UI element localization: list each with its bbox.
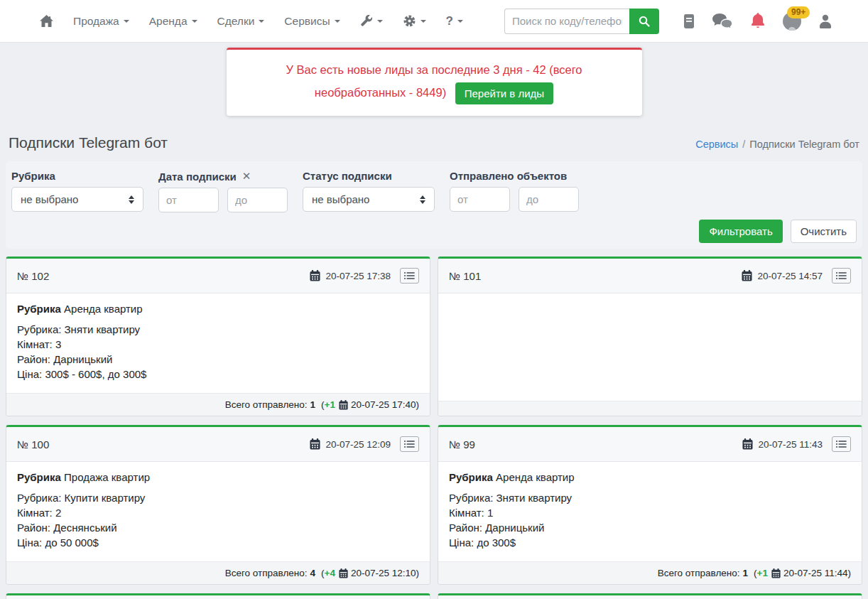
wrench-icon (360, 15, 373, 28)
calendar-icon (339, 568, 348, 578)
sent-total-label: Всего отправлено: (658, 568, 740, 578)
breadcrumb-link-services[interactable]: Сервисы (695, 139, 738, 150)
sent-delta: +1 (757, 568, 768, 578)
search-icon (638, 15, 651, 28)
card-body (438, 293, 862, 401)
help-label: ? (446, 14, 453, 28)
sent-delta: +1 (325, 399, 335, 410)
card-detail-line: Район: Деснянський (17, 520, 419, 535)
list-icon (836, 271, 847, 280)
date-from-input[interactable] (158, 188, 219, 212)
sent-date: 20-07-25 12:10 (351, 568, 416, 578)
calendar-icon (771, 568, 781, 578)
search-input[interactable] (504, 9, 629, 34)
nav-item-label: Сервисы (284, 15, 330, 28)
calendar-icon (310, 438, 320, 450)
card-detail-line: Рубрика: Зняти квартиру (17, 322, 419, 337)
journal-button[interactable] (683, 14, 695, 29)
sent-date: 20-07-25 11:44 (783, 568, 848, 578)
chevron-down-icon (457, 20, 463, 23)
chat-icon (712, 13, 733, 30)
sent-date: 20-07-25 17:40 (351, 399, 416, 410)
page-title: Подписки Telegram бот (9, 134, 168, 151)
card-header: № 100 20-07-25 12:09 (6, 427, 430, 462)
sent-total-value: 1 (310, 399, 316, 410)
go-to-leads-button[interactable]: Перейти в лиды (455, 82, 553, 104)
card-date: 20-07-25 11:43 (758, 439, 823, 450)
profile-button[interactable] (818, 14, 832, 29)
list-button[interactable] (832, 268, 851, 284)
chevron-down-icon (124, 20, 129, 23)
sent-total-label: Всего отправлено: (225, 399, 308, 410)
date-to-input[interactable] (227, 188, 288, 212)
settings-menu[interactable] (403, 14, 426, 28)
user-icon (818, 14, 832, 29)
messages-button[interactable] (712, 13, 733, 30)
calendar-icon (310, 270, 320, 281)
list-icon (836, 440, 847, 448)
subscription-card: № 101 20-07-25 14:57 (438, 257, 862, 416)
filter-date: Дата подписки ✕ (158, 170, 288, 212)
rubric-select-value: не выбрано (21, 193, 78, 205)
nav-item-label: Продажа (73, 15, 119, 28)
leads-counter-button[interactable]: 99+ (783, 12, 801, 31)
card-body: Рубрика Продажа квартир Рубрика: Купити … (6, 462, 430, 561)
chevron-down-icon (335, 20, 340, 23)
filter-date-label: Дата подписки (158, 171, 237, 183)
chevron-down-icon (192, 20, 197, 23)
subscription-card: № 97 19-07-25 21:03 (438, 593, 862, 599)
rubric-select[interactable]: не выбрано (11, 187, 143, 212)
list-icon (404, 440, 415, 448)
card-detail-line: Кімнат: 3 (17, 337, 419, 352)
tools-menu[interactable] (360, 15, 383, 28)
clear-button[interactable]: Очистить (791, 220, 857, 243)
nav-item-prodazha[interactable]: Продажа (73, 15, 129, 28)
paren-close: ) (848, 568, 852, 578)
card-number: № 102 (17, 270, 49, 282)
subscription-card: № 100 20-07-25 12:09 Рубрика Продажа ква… (6, 425, 430, 585)
sent-to-input[interactable] (519, 187, 579, 212)
subscription-card: № 98 20-07-25 01:05 Рубрика Продажа квар… (6, 593, 430, 599)
nav-item-label: Сделки (217, 15, 255, 28)
search-button[interactable] (629, 9, 659, 34)
status-select[interactable]: не выбрано (303, 187, 435, 212)
card-number: № 101 (449, 270, 481, 282)
journal-icon (683, 14, 695, 29)
gear-icon (403, 14, 416, 28)
card-header: № 97 19-07-25 21:03 (438, 595, 862, 599)
card-rubric: Рубрика Аренда квартир (17, 303, 419, 315)
filter-status: Статус подписки не выбрано (303, 170, 435, 212)
leads-count-badge: 99+ (787, 6, 810, 18)
card-detail-line: Ціна: до 50 000$ (17, 535, 419, 550)
sent-total-value: 4 (310, 568, 316, 578)
paren-close: ) (416, 399, 420, 410)
home-button[interactable] (40, 15, 53, 27)
card-date: 20-07-25 12:09 (325, 439, 391, 450)
filter-button[interactable]: Фильтровать (699, 220, 782, 243)
card-detail-line: Рубрика: Зняти квартиру (449, 490, 851, 505)
card-date: 20-07-25 14:57 (757, 271, 823, 281)
notifications-button[interactable] (750, 12, 766, 30)
clear-date-icon[interactable]: ✕ (242, 170, 251, 183)
card-rubric: Рубрика Продажа квартир (17, 471, 419, 483)
filter-rubric: Рубрика не выбрано (11, 170, 143, 212)
card-detail-line: Район: Дарницький (449, 520, 851, 535)
card-detail-line: Район: Дарницький (17, 352, 419, 367)
help-menu[interactable]: ? (446, 14, 463, 28)
filter-sent-label: Отправлено объектов (450, 170, 579, 182)
card-header: № 98 20-07-25 01:05 (6, 595, 430, 599)
list-button[interactable] (832, 436, 851, 452)
calendar-icon (339, 400, 348, 410)
nav-item-sdelki[interactable]: Сделки (217, 15, 265, 28)
list-icon (404, 271, 415, 280)
list-button[interactable] (400, 268, 419, 284)
select-arrows-icon (129, 195, 134, 204)
nav-item-servisy[interactable]: Сервисы (284, 15, 340, 28)
list-button[interactable] (400, 436, 419, 452)
sent-total-value: 1 (743, 568, 749, 578)
card-detail-line: Рубрика: Купити квартиру (17, 490, 419, 505)
sent-from-input[interactable] (450, 187, 510, 212)
nav-item-arenda[interactable]: Аренда (149, 15, 197, 28)
card-number: № 99 (449, 438, 475, 450)
card-header: № 101 20-07-25 14:57 (438, 259, 862, 293)
